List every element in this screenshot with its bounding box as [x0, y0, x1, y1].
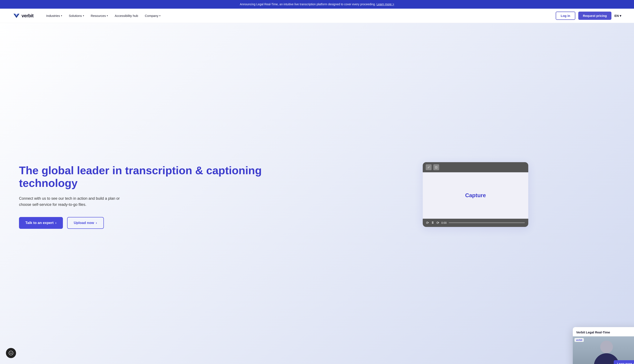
video-toolbar: ⤢ ⊡	[423, 162, 528, 172]
hero-left: The global leader in transcription & cap…	[0, 23, 317, 364]
popup-thumbnail: verbit Learn more ›	[573, 336, 634, 364]
nav-item-company[interactable]: Company ▾	[145, 14, 160, 18]
time-display: 0:00	[441, 221, 447, 224]
nav-item-solutions[interactable]: Solutions ▾	[69, 14, 84, 18]
popup-header: Verbit Legal Real-Time ×	[573, 327, 634, 336]
video-content: Capture	[423, 172, 528, 219]
chat-icon: co	[9, 350, 14, 356]
popup-learn-more-button[interactable]: Learn more ›	[614, 360, 634, 364]
talk-to-expert-button[interactable]: Talk to an expert ›	[19, 217, 63, 229]
nav-actions: Log in Request pricing EN ▾	[556, 12, 621, 20]
top-banner: Announcing Legal Real-Time, an intuitive…	[0, 0, 634, 9]
progress-bar[interactable]	[449, 222, 525, 223]
nav-item-resources[interactable]: Resources ▾	[91, 14, 108, 18]
chevron-down-icon: ▾	[61, 14, 62, 17]
request-pricing-button[interactable]: Request pricing	[578, 12, 611, 20]
logo[interactable]: verbit	[13, 12, 34, 20]
popup-watermark: verbit	[574, 338, 584, 342]
chevron-down-icon: ▾	[159, 14, 160, 17]
expand-icon[interactable]: ⤢	[426, 164, 432, 170]
banner-link[interactable]: Learn more >	[377, 2, 394, 6]
logo-text: verbit	[22, 13, 34, 18]
language-selector[interactable]: EN ▾	[614, 14, 621, 18]
rewind-button[interactable]: ⟳	[426, 221, 429, 225]
chevron-down-icon: ▾	[107, 14, 108, 17]
nav-item-accessibility-hub[interactable]: Accessibility hub	[115, 14, 138, 18]
popup-title: Verbit Legal Real-Time	[576, 330, 610, 334]
login-button[interactable]: Log in	[556, 12, 575, 20]
logo-icon	[13, 12, 20, 20]
arrow-icon: ›	[633, 362, 634, 364]
arrow-icon: ›	[96, 221, 97, 225]
banner-text: Announcing Legal Real-Time, an intuitive…	[240, 2, 376, 6]
hero-buttons: Talk to an expert › Upload now ›	[19, 217, 304, 229]
video-controls: ⟳ ⏸ ⟳ 0:00	[423, 219, 528, 227]
picture-in-picture-icon[interactable]: ⊡	[433, 164, 439, 170]
hero-right: ⤢ ⊡ Capture ⟳ ⏸ ⟳ 0:00 Verbit Legal Real…	[317, 23, 634, 364]
nav-item-industries[interactable]: Industries ▾	[46, 14, 62, 18]
navbar: verbit Industries ▾ Solutions ▾ Resource…	[0, 9, 634, 23]
chevron-down-icon: ▾	[83, 14, 84, 17]
chat-icon-button[interactable]: co	[6, 348, 16, 358]
chevron-down-icon: ▾	[620, 14, 621, 18]
hero-subtitle: Connect with us to see our tech in actio…	[19, 196, 120, 208]
hero-title: The global leader in transcription & cap…	[19, 164, 304, 190]
upload-now-button[interactable]: Upload now ›	[67, 217, 104, 229]
hero-section: The global leader in transcription & cap…	[0, 23, 634, 364]
fast-forward-button[interactable]: ⟳	[436, 221, 439, 225]
video-player-card: ⤢ ⊡ Capture ⟳ ⏸ ⟳ 0:00	[423, 162, 528, 227]
arrow-icon: ›	[55, 221, 57, 225]
capture-label: Capture	[465, 192, 486, 199]
nav-links: Industries ▾ Solutions ▾ Resources ▾ Acc…	[46, 14, 556, 18]
popup-card: Verbit Legal Real-Time × verbit Learn mo…	[573, 327, 634, 364]
svg-text:co: co	[10, 352, 12, 354]
pause-button[interactable]: ⏸	[431, 221, 434, 224]
